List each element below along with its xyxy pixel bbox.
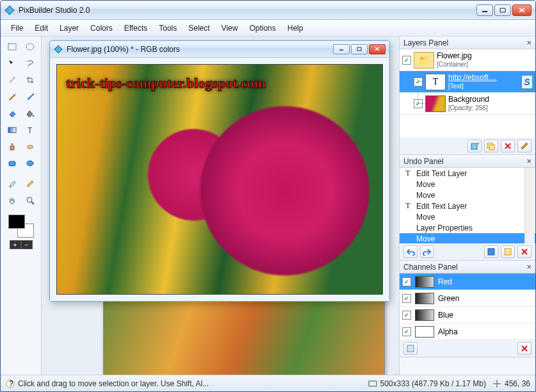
history-save-button[interactable]: [484, 245, 498, 258]
undo-item[interactable]: Layer Properties: [400, 222, 535, 233]
tool-wand[interactable]: [4, 72, 20, 88]
swatch-swap[interactable]: −: [21, 240, 33, 249]
undo-item[interactable]: TEdit Text Layer: [400, 200, 535, 211]
document-canvas[interactable]: trick-tips-computer.blogspot.com: [56, 64, 383, 295]
dimensions-icon: [368, 379, 377, 388]
channel-row[interactable]: ✔Blue: [400, 307, 535, 323]
titlebar[interactable]: PixBuilder Studio 2.0: [1, 1, 535, 20]
scrollbar[interactable]: [524, 168, 535, 243]
svg-rect-19: [357, 47, 361, 51]
layer-thumb-folder-icon: 📁: [414, 52, 434, 69]
undo-button[interactable]: [403, 245, 418, 258]
layer-visible-checkbox[interactable]: ✔: [402, 56, 411, 65]
undo-item[interactable]: Move: [400, 211, 535, 222]
tool-heal[interactable]: [22, 139, 38, 154]
undo-item[interactable]: Move: [400, 233, 535, 243]
svg-rect-12: [28, 145, 33, 149]
svg-line-16: [31, 202, 34, 204]
tool-eyedropper[interactable]: [4, 176, 20, 192]
layers-panel: Layers Panel× ✔ 📁 Flower.jpg[Container] …: [400, 37, 535, 155]
text-icon: T: [403, 168, 412, 178]
undo-item[interactable]: Move: [400, 179, 535, 190]
tool-ellipse-select[interactable]: [22, 39, 38, 54]
tool-eraser[interactable]: [4, 106, 20, 121]
tool-fill[interactable]: [22, 106, 38, 121]
menu-effects[interactable]: Effects: [119, 21, 152, 35]
svg-rect-9: [8, 127, 16, 133]
tool-ellipse-shape[interactable]: [22, 156, 38, 171]
channel-row[interactable]: ✔Red: [400, 274, 535, 290]
menu-colors[interactable]: Colors: [85, 21, 118, 35]
undo-item[interactable]: Move: [400, 190, 535, 200]
menu-layer[interactable]: Layer: [54, 21, 84, 35]
channel-visible-checkbox[interactable]: ✔: [402, 294, 411, 303]
tool-lasso[interactable]: [22, 56, 38, 71]
layer-visible-checkbox[interactable]: ✔: [414, 99, 423, 108]
undo-panel-close-icon[interactable]: ×: [526, 156, 532, 166]
layer-row[interactable]: ✔ Background[Opacity: 256]: [400, 93, 535, 115]
layer-new-button[interactable]: ＋: [467, 140, 482, 152]
menu-select[interactable]: Select: [183, 21, 215, 35]
tool-hand[interactable]: [4, 193, 20, 208]
layer-row[interactable]: ✔ 📁 Flower.jpg[Container]: [400, 49, 535, 71]
history-clear-button[interactable]: [517, 245, 532, 258]
layer-thumb-text-icon: T: [425, 74, 446, 90]
document-titlebar[interactable]: Flower.jpg (100%) * - RGB colors: [50, 41, 389, 58]
foreground-color[interactable]: [8, 215, 25, 229]
doc-maximize-button[interactable]: [351, 44, 368, 54]
tool-move[interactable]: [4, 56, 20, 71]
undo-item[interactable]: TEdit Text Layer: [400, 168, 535, 179]
channel-visible-checkbox[interactable]: ✔: [402, 277, 411, 286]
tool-zoom[interactable]: [22, 193, 38, 208]
tool-text[interactable]: T: [22, 122, 38, 138]
channel-delete-button[interactable]: [517, 342, 532, 355]
tool-pencil[interactable]: [4, 89, 20, 104]
tool-brush[interactable]: [22, 89, 38, 104]
svg-rect-2: [500, 8, 505, 12]
svg-marker-17: [54, 45, 62, 53]
layers-panel-close-icon[interactable]: ×: [526, 38, 532, 47]
canvas-area[interactable]: Flower.jpg (100%) * - RGB colors trick-t…: [42, 37, 399, 375]
document-title: Flower.jpg (100%) * - RGB colors: [67, 45, 333, 54]
layer-properties-button[interactable]: [517, 140, 532, 152]
redo-button[interactable]: [420, 245, 434, 258]
minimize-button[interactable]: [476, 4, 493, 16]
menu-view[interactable]: View: [216, 21, 243, 35]
channel-visible-checkbox[interactable]: ✔: [402, 311, 411, 320]
maximize-button[interactable]: [494, 4, 511, 16]
channel-row[interactable]: ✔Alpha: [400, 323, 535, 340]
menu-options[interactable]: Options: [244, 21, 280, 35]
document-window[interactable]: Flower.jpg (100%) * - RGB colors trick-t…: [49, 40, 390, 302]
layer-link-icon[interactable]: S: [521, 75, 533, 89]
layer-visible-checkbox[interactable]: ✔: [414, 78, 423, 86]
channels-panel-close-icon[interactable]: ×: [526, 262, 532, 272]
close-button[interactable]: [512, 4, 532, 16]
layer-row[interactable]: ✔ T http://ebsoft....[Text] S: [400, 71, 535, 93]
tool-gradient[interactable]: [4, 122, 20, 138]
status-dimensions: 500x333 (487.79 Kb / 1.17 Mb): [380, 379, 486, 388]
statusbar: ?Click and drag to move selection or lay…: [1, 375, 535, 391]
channel-visible-checkbox[interactable]: ✔: [402, 327, 411, 336]
channel-row[interactable]: ✔Green: [400, 290, 535, 307]
doc-minimize-button[interactable]: [333, 44, 350, 54]
svg-rect-28: [488, 249, 494, 255]
menu-file[interactable]: File: [6, 21, 28, 35]
tool-rect-select[interactable]: [4, 39, 20, 54]
history-snapshot-button[interactable]: [501, 245, 515, 258]
layer-duplicate-button[interactable]: [484, 140, 498, 152]
menu-edit[interactable]: Edit: [29, 21, 53, 35]
layer-delete-button[interactable]: [501, 140, 515, 152]
color-swatch[interactable]: [8, 215, 34, 238]
tool-crop[interactable]: [22, 72, 38, 88]
menu-tools[interactable]: Tools: [154, 21, 182, 35]
tool-rect-shape[interactable]: [4, 156, 20, 171]
svg-rect-29: [505, 249, 511, 255]
tool-clone[interactable]: [4, 139, 20, 154]
channel-toggle-button[interactable]: [403, 342, 418, 355]
doc-close-button[interactable]: [369, 44, 386, 54]
app-window: PixBuilder Studio 2.0 File Edit Layer Co…: [0, 0, 536, 392]
swatch-reset[interactable]: +: [10, 240, 21, 249]
tool-measure[interactable]: [22, 176, 38, 192]
menu-help[interactable]: Help: [282, 21, 309, 35]
channel-thumb: [415, 309, 434, 321]
